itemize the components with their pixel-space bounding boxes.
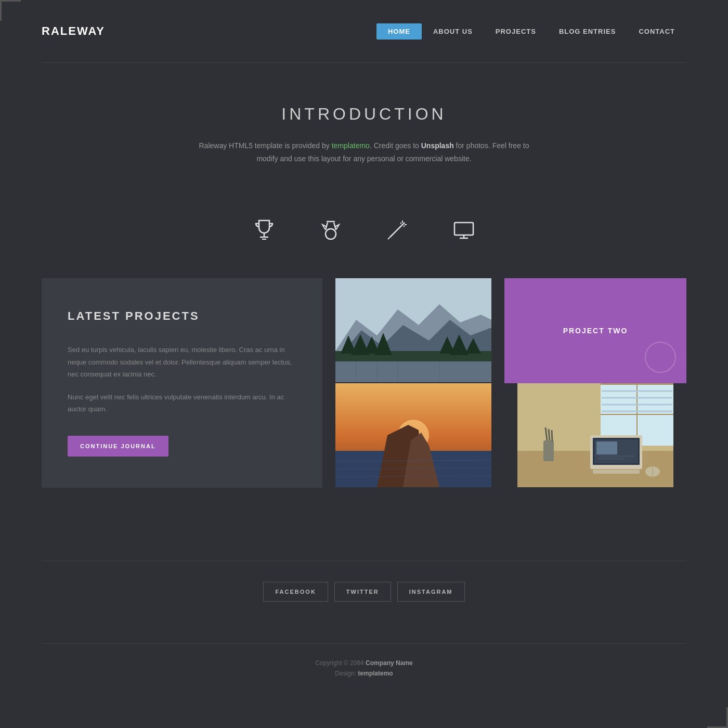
site-logo: RALEWAY (42, 24, 105, 38)
trophy-icon (252, 217, 277, 247)
nav-projects[interactable]: PROJECTS (484, 23, 548, 40)
svg-rect-50 (596, 441, 617, 454)
templatemo-link[interactable]: templatemo (332, 141, 370, 150)
svg-line-4 (390, 226, 401, 237)
main-nav: HOME ABOUT US PROJECTS BLOG ENTRIES CONT… (376, 23, 686, 40)
intro-text-pre: Raleway HTML5 template is provided by (199, 141, 332, 150)
intro-title: INTRODUCTION (104, 105, 624, 124)
footer-divider (42, 643, 686, 644)
continue-journal-button[interactable]: CONTINUE JOURNAL (68, 436, 168, 457)
project-two-overlay (645, 342, 676, 373)
project-cell-4[interactable] (504, 383, 686, 488)
templatemo-footer-link[interactable]: templatemo (358, 670, 393, 677)
social-section: FACEBOOK TWITTER INSTAGRAM (0, 540, 728, 643)
social-links: FACEBOOK TWITTER INSTAGRAM (0, 582, 728, 602)
intro-section: INTRODUCTION Raleway HTML5 template is p… (0, 63, 728, 197)
intro-text-mid: . Credit goes to (370, 141, 421, 150)
svg-rect-56 (543, 440, 554, 461)
svg-rect-10 (454, 223, 473, 235)
corner-decoration-tl (0, 0, 21, 21)
svg-line-58 (549, 429, 550, 440)
projects-paragraph2: Nunc eget velit nec felis ultrices vulpu… (68, 391, 296, 415)
svg-rect-24 (335, 361, 491, 382)
projects-paragraph1: Sed eu turpis vehicula, iaculis sapien e… (68, 344, 296, 380)
social-divider (42, 561, 686, 561)
magic-wand-icon (385, 217, 410, 247)
intro-text: Raleway HTML5 template is provided by te… (187, 139, 541, 165)
corner-decoration-br (707, 707, 728, 728)
copyright-text: Copyright © 2084 (315, 659, 366, 667)
project-two-label: PROJECT TWO (563, 327, 628, 335)
cliff-sea-image (322, 383, 504, 487)
svg-line-5 (401, 223, 405, 226)
project-cell-1[interactable] (322, 278, 504, 383)
footer: Copyright © 2084 Company Name Design: te… (0, 659, 728, 708)
facebook-link[interactable]: FACEBOOK (263, 582, 328, 602)
nav-about[interactable]: ABOUT US (422, 23, 484, 40)
footer-design: Design: templatemo (0, 670, 728, 677)
header: RALEWAY HOME ABOUT US PROJECTS BLOG ENTR… (0, 0, 728, 62)
monitor-icon (451, 217, 476, 247)
company-name: Company Name (366, 659, 413, 667)
svg-line-8 (400, 223, 401, 224)
project-cell-2[interactable]: PROJECT TWO (504, 278, 686, 383)
nav-blog[interactable]: BLOG ENTRIES (548, 23, 628, 40)
unsplash-link: Unsplash (421, 141, 454, 150)
projects-title: LATEST PROJECTS (68, 309, 296, 323)
svg-rect-53 (593, 470, 640, 474)
projects-section: LATEST PROJECTS Sed eu turpis vehicula, … (42, 278, 686, 488)
nav-contact[interactable]: CONTACT (627, 23, 686, 40)
twitter-link[interactable]: TWITTER (334, 582, 391, 602)
desk-image (504, 383, 686, 487)
medal-icon (318, 217, 343, 247)
icons-row (0, 197, 728, 278)
instagram-link[interactable]: INSTAGRAM (397, 582, 465, 602)
svg-point-3 (326, 229, 336, 239)
svg-line-9 (404, 226, 405, 227)
projects-grid: PROJECT TWO (322, 278, 686, 488)
svg-line-59 (552, 430, 552, 441)
footer-copyright: Copyright © 2084 Company Name (0, 659, 728, 667)
project-cell-3[interactable] (322, 383, 504, 488)
design-pre: Design: (335, 670, 358, 677)
projects-left-panel: LATEST PROJECTS Sed eu turpis vehicula, … (42, 278, 322, 488)
mountain-lake-image (322, 278, 504, 382)
nav-home[interactable]: HOME (376, 23, 422, 40)
